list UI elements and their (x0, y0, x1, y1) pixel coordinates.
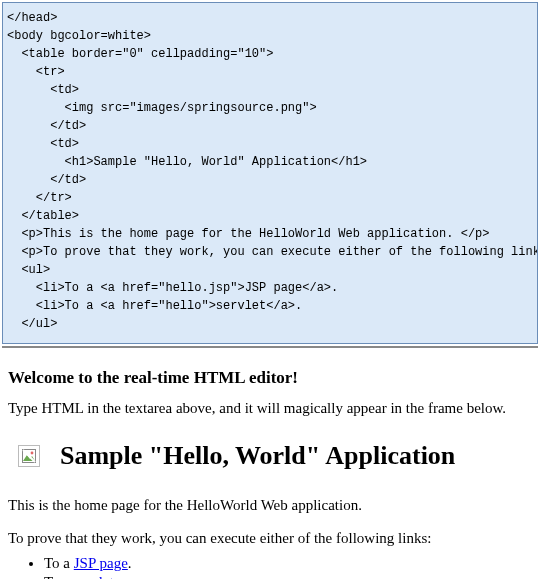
code-line[interactable]: <table border="0" cellpadding="10"> (7, 45, 533, 63)
code-line[interactable]: <ul> (7, 261, 533, 279)
code-line[interactable]: </td> (7, 117, 533, 135)
list-item: To a servlet. (44, 574, 532, 579)
code-line[interactable]: <li>To a <a href="hello">servlet</a>. (7, 297, 533, 315)
code-line[interactable]: <td> (7, 135, 533, 153)
sample-paragraph-1: This is the home page for the HelloWorld… (8, 497, 532, 514)
code-line[interactable]: <img src="images/springsource.png"> (7, 99, 533, 117)
rendered-html-area: Sample "Hello, World" Application This i… (8, 431, 532, 579)
sample-paragraph-2: To prove that they work, you can execute… (8, 530, 532, 547)
sample-link[interactable]: servlet (74, 574, 114, 579)
sample-layout-table: Sample "Hello, World" Application (8, 431, 465, 481)
list-item-prefix: To a (44, 574, 74, 579)
code-line[interactable]: </ul> (7, 315, 533, 333)
sample-link[interactable]: JSP page (74, 555, 128, 571)
code-line[interactable]: </tr> (7, 189, 533, 207)
list-item-suffix: . (128, 555, 132, 571)
html-editor-pane[interactable]: </head><body bgcolor=white> <table borde… (2, 2, 538, 344)
code-line[interactable]: <td> (7, 81, 533, 99)
code-line[interactable]: </table> (7, 207, 533, 225)
sample-link-list: To a JSP page.To a servlet. (8, 555, 532, 579)
welcome-heading: Welcome to the real-time HTML editor! (8, 368, 532, 388)
code-line[interactable]: <li>To a <a href="hello.jsp">JSP page</a… (7, 279, 533, 297)
code-line[interactable]: <p>To prove that they work, you can exec… (7, 243, 533, 261)
code-line[interactable]: <h1>Sample "Hello, World" Application</h… (7, 153, 533, 171)
list-item-suffix: . (114, 574, 118, 579)
svg-point-2 (31, 452, 34, 455)
list-item-prefix: To a (44, 555, 74, 571)
code-line[interactable]: <p>This is the home page for the HelloWo… (7, 225, 533, 243)
sample-app-heading: Sample "Hello, World" Application (60, 441, 455, 471)
code-line[interactable]: </td> (7, 171, 533, 189)
code-line[interactable]: <body bgcolor=white> (7, 27, 533, 45)
broken-image-icon (18, 445, 40, 467)
list-item: To a JSP page. (44, 555, 532, 572)
code-line[interactable]: </head> (7, 9, 533, 27)
intro-text: Type HTML in the textarea above, and it … (8, 400, 532, 417)
preview-pane: Welcome to the real-time HTML editor! Ty… (0, 348, 540, 579)
code-line[interactable]: <tr> (7, 63, 533, 81)
